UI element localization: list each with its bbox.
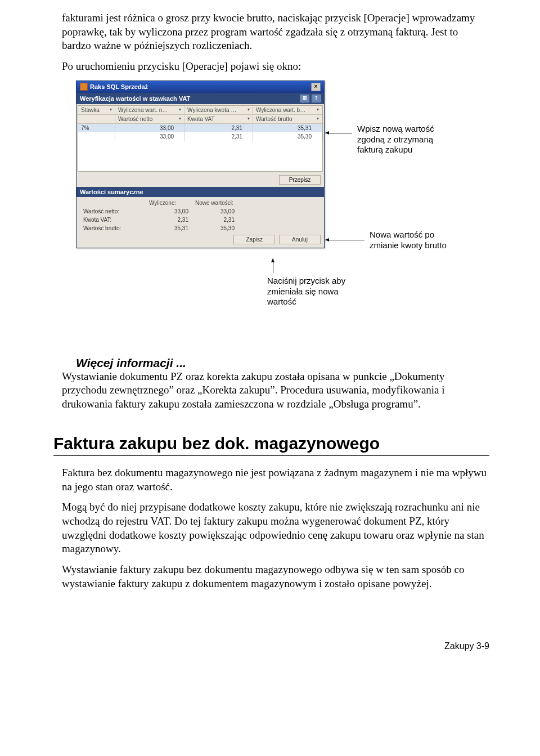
dialog-window: Raks SQL Sprzedaż × Weryfikacja wartości… — [76, 80, 325, 248]
anuluj-button[interactable]: Anuluj — [279, 235, 321, 244]
more-info-body: Wystawianie dokumentu PZ oraz korekta za… — [62, 370, 489, 411]
summary-panel: Wyliczone: Nowe wartości: Wartość netto:… — [76, 197, 324, 248]
window-title: Raks SQL Sprzedaż — [90, 83, 148, 90]
help-icon[interactable]: ? — [312, 95, 321, 102]
intro-paragraph-2: Po uruchomieniu przycisku [Operacje] poj… — [62, 60, 489, 74]
summary-row: Wartość brutto: 35,31 35,30 — [80, 224, 238, 232]
col-wyl-net[interactable]: Wyliczona wart. n…▾ — [115, 106, 184, 115]
screenshot-figure: Raks SQL Sprzedaż × Weryfikacja wartości… — [76, 80, 489, 323]
annotation-nacisnij: Naciśnij przycisk aby zmieniała się nowa… — [267, 276, 357, 307]
przepisz-button[interactable]: Przepisz — [279, 175, 321, 185]
col-wyl-vat[interactable]: Wyliczona kwota …▾ — [184, 106, 253, 115]
app-icon — [80, 83, 88, 91]
more-info-heading: Więcej informacji ... — [76, 356, 489, 370]
chevron-down-icon[interactable]: ▾ — [317, 116, 319, 121]
summary-row: Kwota VAT: 2,31 2,31 — [80, 216, 238, 224]
table-row[interactable]: 33,00 2,31 35,30 — [78, 132, 322, 141]
chevron-down-icon[interactable]: ▾ — [317, 107, 319, 112]
close-icon[interactable]: × — [311, 83, 321, 91]
col-wyl-brutto[interactable]: Wyliczona wart. b…▾ — [253, 106, 322, 115]
arrow-icon — [325, 133, 352, 133]
section-paragraph: Wystawianie faktury zakupu bez dokumentu… — [62, 563, 489, 591]
section-paragraph: Faktura bez dokumentu magazynowego nie j… — [62, 466, 489, 494]
chevron-down-icon[interactable]: ▾ — [179, 116, 181, 121]
col-stawka[interactable]: Stawka▾ — [78, 106, 115, 115]
chevron-down-icon[interactable]: ▾ — [248, 107, 250, 112]
page-footer: Zakupy 3-9 — [62, 641, 489, 651]
annotation-new-value: Wpisz nową wartość zgodną z otrzymaną fa… — [357, 124, 453, 155]
summary-row: Wartość netto: 33,00 33,00 — [80, 207, 238, 216]
annotation-nowa-wartosc: Nowa wartość po zmianie kwoty brutto — [370, 230, 448, 251]
table-row[interactable]: 7% 33,00 2,31 35,31 — [78, 123, 322, 132]
intro-paragraph-1: fakturami jest różnica o grosz przy kwoc… — [62, 11, 489, 53]
dialog-subtitle-bar: Weryfikacja wartości w stawkach VAT ⊞ ? — [76, 93, 324, 104]
arrow-icon — [325, 240, 364, 240]
section-heading: Faktura zakupu bez dok. magazynowego — [53, 434, 489, 453]
col-net[interactable]: Wartość netto▾ — [115, 114, 184, 123]
chevron-down-icon[interactable]: ▾ — [110, 107, 112, 112]
values-grid: Stawka▾ Wyliczona wart. n…▾ Wyliczona kw… — [78, 105, 323, 172]
summary-header: Wartości sumaryczne — [76, 187, 324, 197]
summary-col-nowe: Nowe wartości: — [192, 199, 238, 207]
dialog-subtitle: Weryfikacja wartości w stawkach VAT — [80, 95, 190, 102]
col-vat[interactable]: Kwota VAT▾ — [184, 114, 253, 123]
col-empty — [78, 114, 115, 123]
col-brutto[interactable]: Wartość brutto▾ — [253, 114, 322, 123]
section-paragraph: Mogą być do niej przypisane dodatkowe ko… — [62, 500, 489, 556]
zapisz-button[interactable]: Zapisz — [233, 235, 275, 244]
chevron-down-icon[interactable]: ▾ — [248, 116, 250, 121]
arrow-icon — [273, 258, 273, 273]
section-rule — [53, 455, 489, 456]
titlebar: Raks SQL Sprzedaż × — [76, 81, 324, 93]
summary-col-wyliczone: Wyliczone: — [146, 199, 192, 207]
layout-icon[interactable]: ⊞ — [300, 95, 309, 102]
przepisz-row: Przepisz — [76, 173, 324, 187]
chevron-down-icon[interactable]: ▾ — [179, 107, 181, 112]
